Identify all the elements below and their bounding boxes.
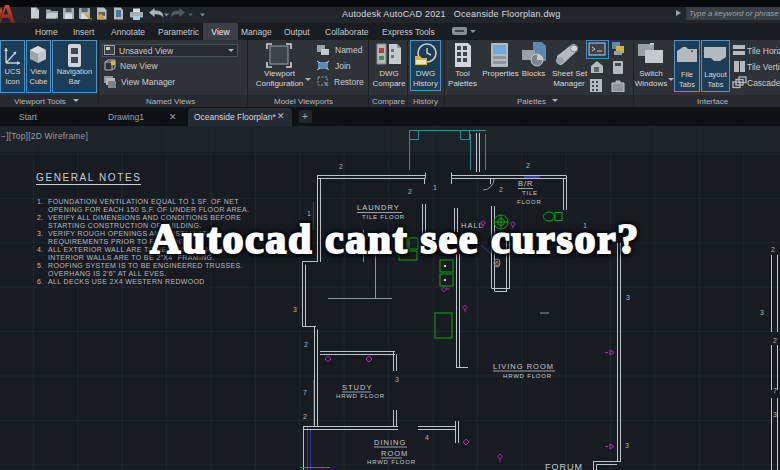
svg-text:4: 4 (425, 434, 429, 441)
svg-text:3: 3 (395, 376, 399, 383)
svg-text:LIVING ROOM: LIVING ROOM (493, 362, 554, 371)
svg-text:7: 7 (303, 389, 307, 396)
svg-text:HRWD FLOOR: HRWD FLOOR (503, 373, 552, 379)
svg-text:3: 3 (760, 309, 764, 316)
svg-text:2: 2 (773, 337, 777, 344)
svg-text:3: 3 (626, 294, 630, 301)
svg-text:7: 7 (773, 387, 777, 394)
svg-text:3: 3 (293, 306, 297, 313)
svg-text:FLOOR: FLOOR (517, 199, 542, 205)
svg-text:2: 2 (339, 163, 343, 170)
svg-text:DINING: DINING (374, 438, 406, 447)
svg-text:2: 2 (499, 186, 503, 193)
svg-text:LAUNDRY: LAUNDRY (357, 203, 400, 212)
svg-text:STUDY: STUDY (342, 383, 372, 392)
svg-text:2: 2 (526, 162, 530, 169)
svg-text:2: 2 (304, 341, 308, 348)
svg-text:2: 2 (771, 246, 775, 253)
svg-text:1: 1 (433, 184, 437, 191)
svg-text:TILE: TILE (522, 190, 538, 196)
svg-text:3: 3 (773, 411, 777, 418)
svg-text:ROOM: ROOM (381, 449, 408, 458)
svg-text:2: 2 (303, 413, 307, 420)
svg-text:B/R: B/R (518, 179, 534, 188)
svg-text:HRWD FLOOR: HRWD FLOOR (367, 459, 416, 465)
svg-text:3: 3 (625, 442, 629, 449)
svg-text:2: 2 (408, 188, 412, 195)
svg-text:HRWD FLOOR: HRWD FLOOR (336, 393, 385, 399)
svg-text:FORUM: FORUM (545, 462, 583, 470)
